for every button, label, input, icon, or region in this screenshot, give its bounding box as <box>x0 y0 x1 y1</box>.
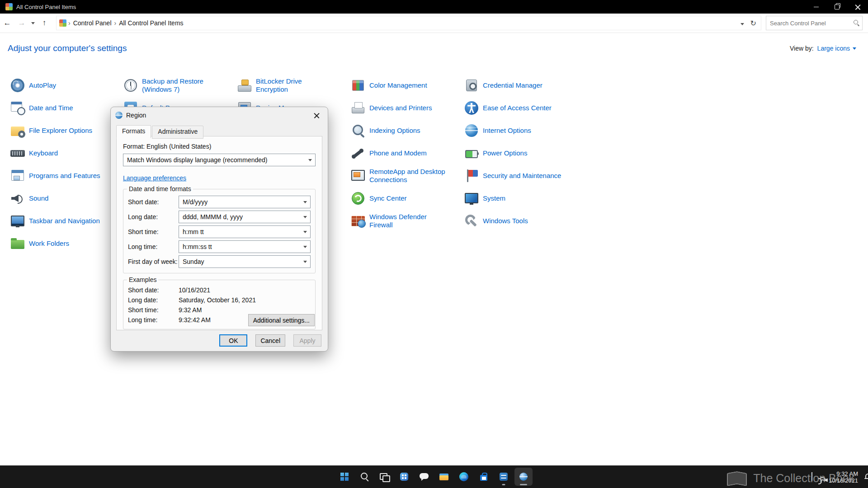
combobox-dropdown-button[interactable] <box>301 226 310 237</box>
example-short-time: Short time: 9:32 AM <box>128 306 311 314</box>
control-panel-item-label: Color Management <box>369 81 427 89</box>
example-row-value: 10/16/2021 <box>179 286 210 294</box>
cp-item-internet-options[interactable]: Internet Options <box>464 119 575 142</box>
dialog-titlebar[interactable]: Region <box>111 107 328 122</box>
cp-item-backup-and-restore[interactable]: Backup and Restore (Windows 7) <box>123 74 234 97</box>
control-panel-item-label: Ease of Access Center <box>483 104 552 112</box>
cp-item-keyboard[interactable]: Keyboard <box>10 142 121 164</box>
breadcrumb-control-panel[interactable]: Control Panel <box>71 19 113 27</box>
forward-button[interactable]: → <box>14 19 29 28</box>
taskbar-edge-button[interactable] <box>455 468 473 486</box>
tray-overflow-button[interactable] <box>811 473 812 481</box>
taskbar-widgets-button[interactable] <box>395 468 413 486</box>
taskbar-file-explorer-button[interactable] <box>435 468 453 486</box>
cp-item-sync-center[interactable]: Sync Center <box>350 187 461 210</box>
taskbar-chat-button[interactable] <box>415 468 433 486</box>
minimize-button[interactable] <box>806 0 826 14</box>
format-row-combobox[interactable]: Sunday <box>179 255 311 268</box>
cp-item-phone-and-modem[interactable]: Phone and Modem <box>350 142 461 164</box>
format-row-combobox[interactable]: M/d/yyyy <box>179 196 311 208</box>
cp-item-system[interactable]: System <box>464 187 575 210</box>
cp-item-power-options[interactable]: Power Options <box>464 142 575 164</box>
apply-button: Apply <box>293 334 321 347</box>
taskbar-control-panel-button[interactable] <box>495 468 513 486</box>
cp-item-autoplay[interactable]: AutoPlay <box>10 74 121 97</box>
tb-store-icon <box>478 471 490 483</box>
cp-item-credential-manager[interactable]: Credential Manager <box>464 74 575 97</box>
cp-item-work-folders[interactable]: Work Folders <box>10 232 121 255</box>
format-row-value: dddd, MMMM d, yyyy <box>179 213 255 221</box>
format-combobox-value: Match Windows display language (recommen… <box>123 156 279 164</box>
cp-item-sound[interactable]: Sound <box>10 187 121 210</box>
format-row-value: h:mm:ss tt <box>179 243 224 250</box>
language-preferences-link[interactable]: Language preferences <box>123 174 186 182</box>
back-button[interactable]: ← <box>0 19 14 28</box>
security-maintenance-icon <box>464 168 479 183</box>
cp-item-date-and-time[interactable]: Date and Time <box>10 97 121 119</box>
format-row-combobox[interactable]: h:mm tt <box>179 225 311 238</box>
restore-button[interactable] <box>826 0 847 14</box>
format-row-combobox[interactable]: dddd, MMMM d, yyyy <box>179 211 311 223</box>
cancel-button[interactable]: Cancel <box>255 334 285 347</box>
format-row-value: M/d/yyyy <box>179 198 219 206</box>
taskbar-store-button[interactable] <box>475 468 493 486</box>
cp-item-color-management[interactable]: Color Management <box>350 74 461 97</box>
taskbar-start-button[interactable] <box>335 468 354 486</box>
work-folders-icon <box>10 236 25 251</box>
address-bar[interactable]: › Control Panel › All Control Panel Item… <box>56 16 761 30</box>
search-input[interactable] <box>766 20 853 27</box>
dialog-tabs: Formats Administrative <box>111 122 328 138</box>
notification-center-button[interactable] <box>863 473 864 481</box>
control-panel-item-label: BitLocker Drive Encryption <box>256 77 335 94</box>
chevron-down-icon <box>853 47 856 50</box>
format-combobox[interactable]: Match Windows display language (recommen… <box>123 154 316 166</box>
taskbar-region-button[interactable] <box>514 468 533 486</box>
taskbar-navigation-icon <box>10 213 25 229</box>
cp-item-devices-and-printers[interactable]: Devices and Printers <box>350 97 461 119</box>
cp-item-file-explorer-options[interactable]: File Explorer Options <box>10 119 121 142</box>
chevron-down-icon <box>303 246 307 248</box>
combobox-dropdown-button[interactable] <box>301 256 310 267</box>
recent-locations-dropdown[interactable] <box>29 22 37 24</box>
tb-task-view-icon <box>378 471 390 483</box>
grid-column-4: Color Management Devices and Printers In… <box>350 74 461 232</box>
control-panel-app-icon <box>5 3 13 10</box>
formats-tab-page: Format: English (United States) Match Wi… <box>116 136 322 330</box>
control-panel-icon <box>59 19 66 27</box>
taskbar-search-button[interactable] <box>355 468 373 486</box>
cp-item-windows-tools[interactable]: Windows Tools <box>464 210 575 232</box>
dialog-close-button[interactable] <box>307 109 326 122</box>
combobox-dropdown-button[interactable] <box>301 241 310 252</box>
cp-item-indexing-options[interactable]: Indexing Options <box>350 119 461 142</box>
tab-administrative[interactable]: Administrative <box>152 126 203 139</box>
cp-item-remoteapp[interactable]: RemoteApp and Desktop Connections <box>350 164 461 187</box>
tray-clock[interactable]: 9:32 AM 10/16/2021 <box>829 470 858 484</box>
breadcrumb-current[interactable]: All Control Panel Items <box>117 19 185 27</box>
format-row-label: Short time: <box>128 228 179 235</box>
refresh-button[interactable]: ↻ <box>750 19 756 28</box>
control-panel-item-label: Indexing Options <box>369 127 420 135</box>
tb-chat-icon <box>418 471 430 483</box>
chevron-down-icon <box>308 159 312 161</box>
taskbar-task-view-button[interactable] <box>375 468 393 486</box>
combobox-dropdown-button[interactable] <box>301 211 310 222</box>
format-row-combobox[interactable]: h:mm:ss tt <box>179 240 311 253</box>
backup-restore-icon <box>123 78 138 93</box>
group-title: Examples <box>127 276 158 283</box>
ok-button[interactable]: OK <box>219 334 247 347</box>
cp-item-windows-defender-firewall[interactable]: Windows Defender Firewall <box>350 210 461 232</box>
close-button[interactable] <box>847 0 868 14</box>
cp-item-taskbar-and-navigation[interactable]: Taskbar and Navigation <box>10 210 121 232</box>
additional-settings-button[interactable]: Additional settings... <box>248 314 315 326</box>
up-button[interactable]: ↑ <box>37 19 52 28</box>
address-dropdown[interactable] <box>741 19 744 27</box>
combobox-dropdown-button[interactable] <box>306 155 315 165</box>
cp-item-bitlocker[interactable]: BitLocker Drive Encryption <box>237 74 348 97</box>
search-icon[interactable] <box>853 19 860 27</box>
tab-formats[interactable]: Formats <box>116 125 151 138</box>
cp-item-ease-of-access-center[interactable]: Ease of Access Center <box>464 97 575 119</box>
cp-item-programs-and-features[interactable]: Programs and Features <box>10 164 121 187</box>
view-by-dropdown[interactable]: Large icons <box>817 45 856 52</box>
cp-item-security-and-maintenance[interactable]: Security and Maintenance <box>464 164 575 187</box>
combobox-dropdown-button[interactable] <box>301 197 310 207</box>
